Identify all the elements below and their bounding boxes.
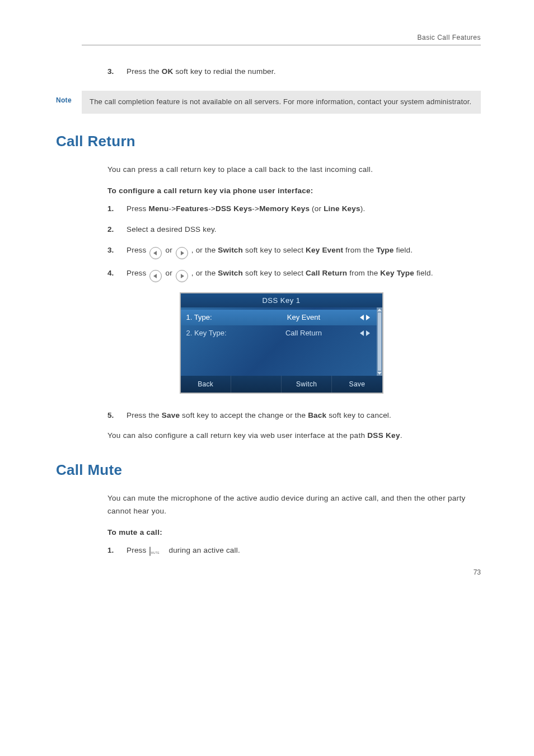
softkey-switch: Switch (218, 269, 243, 277)
softkey-switch[interactable]: Switch (282, 376, 332, 393)
note-body: The call completion feature is not avail… (82, 91, 481, 114)
arrow: -> (252, 204, 259, 213)
mute-button-icon: MUTE (149, 545, 165, 553)
step-number: 3. (107, 66, 115, 78)
softkey-bar: Back Switch Save (181, 376, 382, 393)
menu-path: Features (176, 204, 208, 213)
value-call-return: Call Return (306, 269, 347, 277)
text: (or (310, 204, 324, 213)
left-arrow-icon (149, 247, 162, 259)
text: soft key to accept the change or the (180, 411, 308, 419)
scrollbar[interactable] (377, 307, 382, 376)
phone-screenshot: DSS Key 1 1. Type: Key Event 2. Key Type… (180, 292, 383, 394)
step-number: 5. (107, 409, 115, 422)
note-block: Note The call completion feature is not … (56, 91, 481, 114)
text: soft key to cancel. (326, 411, 391, 419)
call-mute-intro: You can mute the microphone of the activ… (107, 492, 481, 518)
menu-path: Memory Keys (259, 204, 310, 213)
text: . (400, 431, 402, 440)
row-value: Call Return (248, 329, 360, 337)
heading-call-return: Call Return (56, 133, 481, 150)
screen-body: 1. Type: Key Event 2. Key Type: Call Ret… (181, 307, 382, 376)
heading-call-mute: Call Mute (56, 461, 481, 479)
arrow: -> (208, 204, 216, 213)
path-dss-key: DSS Key (367, 431, 400, 440)
step-number: 1. (107, 544, 115, 557)
text: ). (360, 204, 366, 213)
text: soft key to select (243, 269, 306, 277)
text: from the (343, 246, 376, 254)
text: You can also configure a call return key… (107, 431, 367, 440)
mute-heading: To mute a call: (107, 528, 481, 536)
text: Press (127, 269, 148, 277)
right-arrow-icon (176, 247, 188, 259)
configure-heading: To configure a call return key via phone… (107, 186, 481, 195)
value-key-event: Key Event (306, 246, 343, 254)
menu-path: DSS Keys (216, 204, 252, 213)
arrow: -> (169, 204, 176, 213)
step-body: Press or , or the Switch soft key to sel… (127, 244, 481, 259)
step-body: Press the OK soft key to redial the numb… (127, 66, 481, 78)
field-type: Type (376, 246, 394, 254)
row-label: 2. Key Type: (186, 329, 248, 337)
text: Press the (127, 411, 162, 419)
call-return-intro: You can press a call return key to place… (107, 164, 481, 176)
text: soft key to select (243, 246, 306, 254)
running-header: Basic Call Features (82, 34, 481, 45)
text: or (163, 269, 174, 277)
softkey-back: Back (308, 411, 326, 419)
step-1: 1. Press Menu->Features->DSS Keys->Memor… (107, 203, 481, 216)
mute-step-1: 1. Press MUTE during an active call. (107, 544, 481, 557)
step-body: Press Menu->Features->DSS Keys->Memory K… (127, 203, 481, 216)
softkey-save[interactable]: Save (332, 376, 382, 393)
text: during an active call. (166, 546, 240, 554)
step-body: Select a desired DSS key. (127, 223, 481, 236)
text: Press (127, 204, 148, 213)
right-arrow-icon (176, 270, 188, 282)
mute-label: MUTE (151, 551, 159, 554)
screen-row-key-type[interactable]: 2. Key Type: Call Return (181, 325, 377, 341)
menu-path: Line Keys (324, 204, 360, 213)
text: , or the (189, 246, 218, 254)
screen-rows: 1. Type: Key Event 2. Key Type: Call Ret… (181, 307, 377, 376)
softkey-back[interactable]: Back (181, 376, 231, 393)
page-number: 73 (474, 568, 481, 576)
key-ok: OK (162, 67, 174, 76)
note-label: Note (56, 91, 82, 114)
step-2: 2. Select a desired DSS key. (107, 223, 481, 236)
row-label: 1. Type: (186, 313, 248, 321)
scroll-thumb[interactable] (378, 312, 381, 371)
text: field. (394, 246, 413, 254)
scroll-up-icon[interactable] (377, 309, 382, 311)
text: soft key to redial the number. (173, 67, 275, 76)
step-body: Press the Save soft key to accept the ch… (127, 409, 481, 422)
field-key-type: Key Type (380, 269, 414, 277)
text: or (163, 246, 174, 254)
row-arrows-icon[interactable] (360, 330, 371, 336)
step-number: 4. (107, 267, 115, 282)
scroll-down-icon[interactable] (377, 372, 382, 375)
text: , or the (189, 269, 218, 277)
row-arrows-icon[interactable] (360, 315, 371, 320)
step-3: 3. Press or , or the Switch soft key to … (107, 244, 481, 259)
text: from the (347, 269, 380, 277)
step-number: 2. (107, 223, 115, 236)
screen-row-type[interactable]: 1. Type: Key Event (181, 310, 377, 325)
text: Press (127, 546, 148, 554)
softkey-empty[interactable] (231, 376, 282, 393)
screen-title: DSS Key 1 (181, 293, 382, 307)
softkey-save: Save (162, 411, 180, 419)
step-5: 5. Press the Save soft key to accept the… (107, 409, 481, 422)
text: field. (414, 269, 433, 277)
menu-path: Menu (148, 204, 168, 213)
text: Press the (127, 67, 162, 76)
row-value: Key Event (248, 313, 360, 321)
page: Basic Call Features 3. Press the OK soft… (0, 0, 534, 599)
step-number: 3. (107, 244, 115, 259)
step-3-redial: 3. Press the OK soft key to redial the n… (107, 66, 481, 78)
step-4: 4. Press or , or the Switch soft key to … (107, 267, 481, 282)
left-arrow-icon (149, 270, 162, 282)
call-return-outro: You can also configure a call return key… (107, 430, 481, 442)
step-body: Press or , or the Switch soft key to sel… (127, 267, 481, 282)
text: Press (127, 246, 148, 254)
